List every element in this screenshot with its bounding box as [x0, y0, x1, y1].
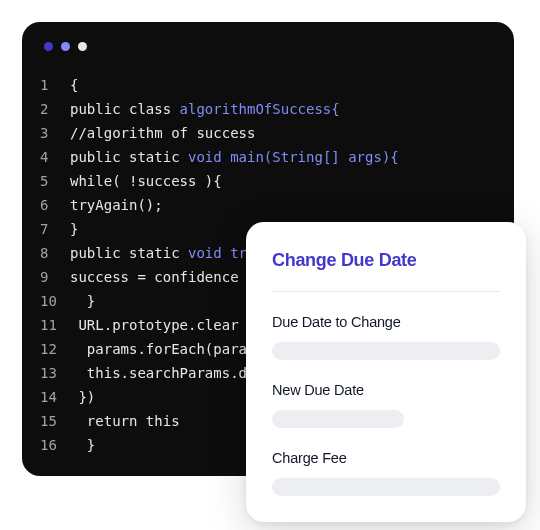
line-number: 16 — [40, 433, 70, 457]
code-plain: public static — [70, 245, 188, 261]
window-dot-maximize[interactable] — [78, 42, 87, 51]
code-text: //algorithm of success — [70, 121, 255, 145]
line-number: 5 — [40, 169, 70, 193]
code-text: public static void main(String[] args){ — [70, 145, 399, 169]
field-label: New Due Date — [272, 382, 500, 398]
field-input[interactable] — [272, 478, 500, 496]
code-plain: }) — [70, 389, 95, 405]
field-input[interactable] — [272, 410, 404, 428]
code-text: return this — [70, 409, 180, 433]
code-plain: return this — [70, 413, 180, 429]
field-label: Due Date to Change — [272, 314, 500, 330]
window-dot-close[interactable] — [44, 42, 53, 51]
line-number: 15 — [40, 409, 70, 433]
line-number: 9 — [40, 265, 70, 289]
code-plain: public static — [70, 149, 188, 165]
code-text: } — [70, 289, 95, 313]
code-plain: } — [70, 293, 95, 309]
line-number: 10 — [40, 289, 70, 313]
code-plain: //algorithm of success — [70, 125, 255, 141]
field-input[interactable] — [272, 342, 500, 360]
code-keyword: algorithmOfSuccess{ — [180, 101, 340, 117]
line-number: 8 — [40, 241, 70, 265]
code-text: { — [70, 73, 78, 97]
line-number: 1 — [40, 73, 70, 97]
code-text: }) — [70, 385, 95, 409]
line-number: 3 — [40, 121, 70, 145]
line-number: 4 — [40, 145, 70, 169]
form-field: Due Date to Change — [272, 314, 500, 360]
code-line: 6tryAgain(); — [40, 193, 514, 217]
code-plain: public class — [70, 101, 180, 117]
line-number: 13 — [40, 361, 70, 385]
line-number: 12 — [40, 337, 70, 361]
line-number: 2 — [40, 97, 70, 121]
line-number: 7 — [40, 217, 70, 241]
code-text: tryAgain(); — [70, 193, 163, 217]
code-plain: } — [70, 437, 95, 453]
form-field: New Due Date — [272, 382, 500, 428]
code-line: 5while( !success ){ — [40, 169, 514, 193]
field-label: Charge Fee — [272, 450, 500, 466]
code-plain: tryAgain(); — [70, 197, 163, 213]
code-line: 3//algorithm of success — [40, 121, 514, 145]
line-number: 11 — [40, 313, 70, 337]
code-line: 4public static void main(String[] args){ — [40, 145, 514, 169]
form-field: Charge Fee — [272, 450, 500, 496]
code-plain: while( !success ){ — [70, 173, 222, 189]
card-title: Change Due Date — [272, 250, 500, 271]
code-plain: { — [70, 77, 78, 93]
code-keyword: void main(String[] args){ — [188, 149, 399, 165]
line-number: 6 — [40, 193, 70, 217]
card-divider — [272, 291, 500, 292]
line-number: 14 — [40, 385, 70, 409]
code-text: } — [70, 217, 78, 241]
code-text: public class algorithmOfSuccess{ — [70, 97, 340, 121]
code-text: } — [70, 433, 95, 457]
change-due-date-card: Change Due Date Due Date to ChangeNew Du… — [246, 222, 526, 522]
code-line: 1{ — [40, 73, 514, 97]
window-dot-minimize[interactable] — [61, 42, 70, 51]
code-text: while( !success ){ — [70, 169, 222, 193]
window-controls — [22, 42, 514, 73]
code-line: 2public class algorithmOfSuccess{ — [40, 97, 514, 121]
code-plain: } — [70, 221, 78, 237]
